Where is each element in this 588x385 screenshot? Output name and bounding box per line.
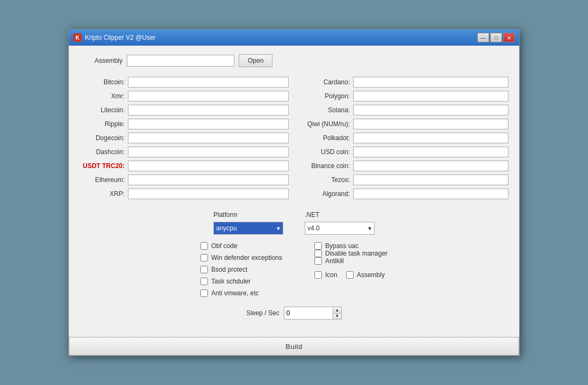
- label-bitcoin: Bitcoin:: [80, 78, 128, 86]
- input-usdt[interactable]: [128, 161, 289, 171]
- icon-assembly-row: Icon Assembly: [314, 271, 388, 279]
- sleep-spinners: ▲ ▼: [333, 307, 341, 319]
- dotnet-select-wrapper: v4.0v3.5v2.0 ▼: [305, 222, 375, 235]
- checkbox-row-taskscheduler: Task schduler: [200, 278, 282, 285]
- label-xrp: XRP:: [80, 190, 128, 198]
- assembly-checkbox[interactable]: [346, 271, 354, 279]
- input-bitcoin[interactable]: [128, 77, 289, 88]
- field-row-bitcoin: Bitcoin:: [80, 77, 289, 88]
- checkbox-antikill[interactable]: [314, 257, 322, 265]
- field-row-qiwi: Qiwi (NUM/ru):: [299, 119, 508, 129]
- field-row-cardano: Cardano:: [299, 77, 508, 88]
- label-tezos: Tezos:: [299, 176, 353, 184]
- checkbox-label-bypassuac: Bypass uac: [325, 242, 358, 250]
- field-row-usdcoin: USD coin:: [299, 147, 508, 157]
- window-title: Kripto Clipper V2 @User: [85, 34, 156, 41]
- assembly-input[interactable]: [127, 55, 234, 67]
- open-button[interactable]: Open: [239, 54, 273, 67]
- fields-area: Bitcoin:Xmr:Litecoin:Ripple:Dogecoin:Das…: [80, 77, 508, 202]
- checkbox-obf[interactable]: [200, 242, 208, 250]
- checkbox-row-bypassuac: Bypass uac: [314, 242, 388, 250]
- checkbox-bypassuac[interactable]: [314, 242, 322, 250]
- checkbox-row-windefender: Win defender exceptions: [200, 254, 282, 261]
- input-ripple[interactable]: [128, 119, 289, 129]
- platform-select-wrapper: anycpux86x64 ▼: [213, 222, 283, 235]
- dotnet-block: .NET v4.0v3.5v2.0 ▼: [305, 211, 375, 235]
- checkboxes-area: Obf codeWin defender exceptionsBsod prot…: [80, 242, 508, 297]
- title-bar: K Kripto Clipper V2 @User — □ ✕: [69, 30, 519, 46]
- input-dogecoin[interactable]: [128, 133, 289, 143]
- field-row-dashcoin: Dashcoin:: [80, 147, 289, 157]
- field-row-litecoin: Litecoin:: [80, 105, 289, 115]
- checkbox-row-obf: Obf code: [200, 242, 282, 250]
- main-window: K Kripto Clipper V2 @User — □ ✕ Assembly…: [68, 29, 520, 356]
- input-algorand[interactable]: [353, 188, 508, 199]
- input-cardano[interactable]: [353, 77, 508, 88]
- input-xrp[interactable]: [128, 188, 289, 199]
- label-polkadot: Polkadot:: [299, 134, 353, 142]
- field-row-solana: Solana:: [299, 105, 508, 115]
- right-fields: Cardano:Polygon:Solana:Qiwi (NUM/ru):Pol…: [299, 77, 508, 202]
- checkbox-label-bsod: Bsod protect: [211, 266, 247, 273]
- input-usdcoin[interactable]: [353, 147, 508, 157]
- label-ripple: Ripple:: [80, 120, 128, 128]
- checkbox-row-antikill: Antikill: [314, 257, 388, 265]
- app-icon: K: [73, 33, 82, 42]
- input-ethereum[interactable]: [128, 175, 289, 185]
- icon-checkbox-row: Icon: [314, 271, 338, 279]
- input-litecoin[interactable]: [128, 105, 289, 115]
- field-row-tezos: Tezos:: [299, 175, 508, 185]
- checkbox-label-disabletask: Disable task manager: [325, 250, 388, 257]
- options-area: Platform anycpux86x64 ▼ .NET v4.0v3.5v2.…: [80, 211, 508, 235]
- field-row-xrp: XRP:: [80, 188, 289, 199]
- field-row-xmr: Xmr:: [80, 91, 289, 101]
- label-litecoin: Litecoin:: [80, 106, 128, 114]
- label-usdt: USDT TRC20:: [80, 162, 128, 170]
- sleep-input-wrapper: ▲ ▼: [284, 307, 342, 319]
- input-solana[interactable]: [353, 105, 508, 115]
- build-button[interactable]: Build: [69, 337, 519, 355]
- checkbox-taskscheduler[interactable]: [200, 278, 208, 285]
- label-polygon: Polygon:: [299, 92, 353, 100]
- checkbox-windefender[interactable]: [200, 254, 208, 261]
- checkbox-bsod[interactable]: [200, 266, 208, 273]
- input-qiwi[interactable]: [353, 119, 508, 129]
- dotnet-label: .NET: [305, 211, 375, 219]
- content-area: Assembly Open Bitcoin:Xmr:Litecoin:Rippl…: [69, 46, 519, 337]
- checkbox-label-windefender: Win defender exceptions: [211, 254, 282, 261]
- checkbox-antivmware[interactable]: [200, 289, 208, 297]
- sleep-up-button[interactable]: ▲: [333, 307, 341, 314]
- field-row-polygon: Polygon:: [299, 91, 508, 101]
- label-solana: Solana:: [299, 106, 353, 114]
- input-polygon[interactable]: [353, 91, 508, 101]
- sleep-label: Sleep / Sec: [246, 309, 279, 317]
- minimize-button[interactable]: —: [477, 33, 489, 42]
- maximize-button[interactable]: □: [490, 33, 502, 42]
- input-polkadot[interactable]: [353, 133, 508, 143]
- input-binance[interactable]: [353, 161, 508, 171]
- label-qiwi: Qiwi (NUM/ru):: [299, 120, 353, 128]
- label-usdcoin: USD coin:: [299, 148, 353, 156]
- input-tezos[interactable]: [353, 175, 508, 185]
- checkbox-row-bsod: Bsod protect: [200, 266, 282, 273]
- dotnet-select[interactable]: v4.0v3.5v2.0: [305, 222, 375, 235]
- close-button[interactable]: ✕: [503, 33, 515, 42]
- checkbox-label-antikill: Antikill: [325, 257, 344, 265]
- icon-checkbox-label: Icon: [325, 271, 338, 279]
- icon-checkbox[interactable]: [314, 271, 322, 279]
- platform-label: Platform: [213, 211, 238, 219]
- assembly-checkbox-label: Assembly: [357, 271, 385, 279]
- label-dashcoin: Dashcoin:: [80, 148, 128, 156]
- platform-select[interactable]: anycpux86x64: [213, 222, 283, 235]
- input-xmr[interactable]: [128, 91, 289, 101]
- field-row-algorand: Algorand:: [299, 188, 508, 199]
- label-cardano: Cardano:: [299, 78, 353, 86]
- checkbox-disabletask[interactable]: [314, 250, 322, 257]
- left-checkboxes: Obf codeWin defender exceptionsBsod prot…: [200, 242, 282, 297]
- platform-block: Platform anycpux86x64 ▼: [213, 211, 283, 235]
- label-binance: Binance coin:: [299, 162, 353, 170]
- sleep-down-button[interactable]: ▼: [333, 314, 341, 319]
- input-dashcoin[interactable]: [128, 147, 289, 157]
- sleep-input[interactable]: [284, 307, 333, 319]
- label-xmr: Xmr:: [80, 92, 128, 100]
